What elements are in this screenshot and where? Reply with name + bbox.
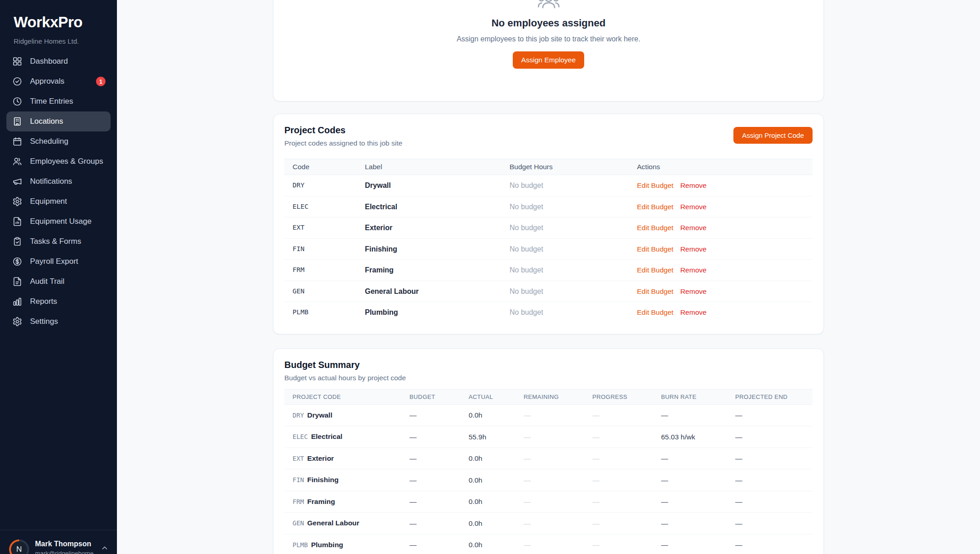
code-text: GEN xyxy=(293,519,304,527)
sidebar-item-label: Locations xyxy=(30,117,63,126)
sidebar-item-audit-trail[interactable]: Audit Trail xyxy=(6,272,111,292)
edit-budget-link[interactable]: Edit Budget xyxy=(637,266,673,274)
projected-end-cell: — xyxy=(727,513,813,534)
column-header-remaining: REMAINING xyxy=(515,389,584,404)
sidebar-item-scheduling[interactable]: Scheduling xyxy=(6,131,111,151)
actual-cell: 0.0h xyxy=(460,513,515,534)
budget-cell: — xyxy=(401,469,460,491)
projected-end-cell: — xyxy=(727,404,813,426)
label-cell: General Labour xyxy=(357,281,501,302)
burn-rate-cell: — xyxy=(653,469,727,491)
project-code-cell: DRYDrywall xyxy=(284,404,401,426)
sidebar-item-time-entries[interactable]: Time Entries xyxy=(6,91,111,111)
table-row: ELECElectrical — 55.9h — — 65.03 h/wk — xyxy=(284,426,813,448)
dollar-circle-icon xyxy=(12,257,22,267)
code-cell: FIN xyxy=(284,238,357,260)
user-info: Mark Thompson mark@ridgelinehome xyxy=(35,539,95,554)
remaining-cell: — xyxy=(515,534,584,554)
sidebar-item-label: Approvals xyxy=(30,77,65,86)
column-header-actual: ACTUAL xyxy=(460,389,515,404)
remove-link[interactable]: Remove xyxy=(680,245,707,253)
table-row: EXTExterior — 0.0h — — — — xyxy=(284,448,813,469)
table-row: DRY Drywall No budget Edit BudgetRemove xyxy=(284,175,813,196)
users-icon xyxy=(12,156,22,166)
code-cell: FRM xyxy=(284,260,357,281)
sidebar-item-notifications[interactable]: Notifications xyxy=(6,171,111,191)
remove-link[interactable]: Remove xyxy=(680,181,707,189)
sidebar-item-payroll-export[interactable]: Payroll Export xyxy=(6,252,111,272)
label-cell: Exterior xyxy=(357,217,501,239)
user-email: mark@ridgelinehome xyxy=(35,550,95,554)
sidebar-item-approvals[interactable]: Approvals 1 xyxy=(6,71,111,91)
sidebar-item-dashboard[interactable]: Dashboard xyxy=(6,51,111,71)
assign-project-code-button[interactable]: Assign Project Code xyxy=(733,127,813,144)
budget-hours-cell: No budget xyxy=(501,175,629,196)
edit-budget-link[interactable]: Edit Budget xyxy=(637,224,673,232)
app-logo: WorkxPro xyxy=(14,14,117,31)
edit-budget-link[interactable]: Edit Budget xyxy=(637,287,673,295)
edit-budget-link[interactable]: Edit Budget xyxy=(637,181,673,189)
user-menu[interactable]: N Mark Thompson mark@ridgelinehome xyxy=(0,530,117,554)
project-code-cell: EXTExterior xyxy=(284,448,401,469)
project-code-cell: FRMFraming xyxy=(284,491,401,513)
projected-end-cell: — xyxy=(727,448,813,469)
label-text: Drywall xyxy=(307,411,332,419)
table-row: DRYDrywall — 0.0h — — — — xyxy=(284,404,813,426)
remaining-cell: — xyxy=(515,513,584,534)
budget-cell: — xyxy=(401,404,460,426)
budget-cell: — xyxy=(401,448,460,469)
avatar: N xyxy=(9,539,29,554)
remove-link[interactable]: Remove xyxy=(680,308,707,316)
sidebar-item-label: Scheduling xyxy=(30,137,68,146)
progress-cell: — xyxy=(584,404,653,426)
user-name: Mark Thompson xyxy=(35,540,95,548)
sidebar-item-locations[interactable]: Locations xyxy=(6,111,111,131)
remaining-cell: — xyxy=(515,448,584,469)
project-code-cell: FINFinishing xyxy=(284,469,401,491)
bar-chart-icon xyxy=(12,297,22,307)
remove-link[interactable]: Remove xyxy=(680,224,707,232)
sidebar-item-equipment[interactable]: Equipment xyxy=(6,191,111,212)
code-cell: ELEC xyxy=(284,196,357,217)
progress-cell: — xyxy=(584,513,653,534)
sidebar: WorkxPro Ridgeline Homes Ltd. Dashboard … xyxy=(0,0,117,554)
burn-rate-cell: — xyxy=(653,491,727,513)
label-text: Exterior xyxy=(307,454,334,462)
sidebar-item-equipment-usage[interactable]: Equipment Usage xyxy=(6,212,111,232)
sidebar-item-employees-groups[interactable]: Employees & Groups xyxy=(6,151,111,171)
sidebar-item-settings[interactable]: Settings xyxy=(6,312,111,332)
table-header-row: PROJECT CODE BUDGET ACTUAL REMAINING PRO… xyxy=(284,389,813,404)
actual-cell: 0.0h xyxy=(460,404,515,426)
assign-employee-button[interactable]: Assign Employee xyxy=(513,51,585,69)
actions-cell: Edit BudgetRemove xyxy=(629,302,813,323)
code-text: FIN xyxy=(293,476,304,483)
sidebar-item-label: Time Entries xyxy=(30,97,73,106)
budget-hours-cell: No budget xyxy=(501,302,629,323)
column-header-actions: Actions xyxy=(629,159,813,175)
building-icon xyxy=(12,116,22,126)
burn-rate-cell: — xyxy=(653,404,727,426)
label-cell: Electrical xyxy=(357,196,501,217)
edit-budget-link[interactable]: Edit Budget xyxy=(637,245,673,253)
budget-summary-card: Budget Summary Budget vs actual hours by… xyxy=(273,348,824,554)
actions-cell: Edit BudgetRemove xyxy=(629,260,813,281)
remove-link[interactable]: Remove xyxy=(680,266,707,274)
table-row: GEN General Labour No budget Edit Budget… xyxy=(284,281,813,302)
sidebar-item-label: Notifications xyxy=(30,177,72,186)
project-code-cell: GENGeneral Labour xyxy=(284,513,401,534)
edit-budget-link[interactable]: Edit Budget xyxy=(637,308,673,316)
edit-budget-link[interactable]: Edit Budget xyxy=(637,203,673,211)
sidebar-item-tasks-forms[interactable]: Tasks & Forms xyxy=(6,232,111,252)
projected-end-cell: — xyxy=(727,426,813,448)
sidebar-item-reports[interactable]: Reports xyxy=(6,292,111,312)
remove-link[interactable]: Remove xyxy=(680,287,707,295)
label-cell: Drywall xyxy=(357,175,501,196)
remove-link[interactable]: Remove xyxy=(680,203,707,211)
users-group-icon xyxy=(538,0,560,15)
label-cell: Plumbing xyxy=(357,302,501,323)
projected-end-cell: — xyxy=(727,534,813,554)
chevron-up-icon[interactable] xyxy=(101,544,109,552)
progress-cell: — xyxy=(584,469,653,491)
budget-hours-cell: No budget xyxy=(501,260,629,281)
table-row: FRMFraming — 0.0h — — — — xyxy=(284,491,813,513)
